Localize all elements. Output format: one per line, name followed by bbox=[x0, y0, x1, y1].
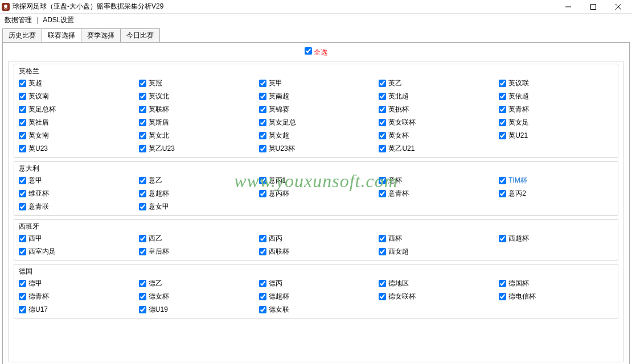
league-checkbox[interactable] bbox=[499, 190, 506, 197]
league-label[interactable]: 英U21 bbox=[508, 131, 528, 140]
league-checkbox[interactable] bbox=[259, 280, 266, 287]
league-checkbox[interactable] bbox=[19, 190, 26, 197]
league-label[interactable]: 英足总杯 bbox=[28, 105, 56, 114]
league-checkbox[interactable] bbox=[139, 190, 146, 197]
league-label[interactable]: 英乙 bbox=[388, 78, 402, 88]
league-label[interactable]: 西女超 bbox=[388, 247, 409, 257]
league-label[interactable]: 德甲 bbox=[28, 279, 42, 288]
league-checkbox[interactable] bbox=[379, 280, 386, 287]
league-checkbox[interactable] bbox=[19, 293, 26, 300]
league-checkbox[interactable] bbox=[259, 145, 266, 152]
league-label[interactable]: 意乙 bbox=[149, 176, 162, 185]
league-label[interactable]: 意青联 bbox=[28, 202, 49, 212]
league-label[interactable]: 德青杯 bbox=[28, 292, 49, 301]
league-label[interactable]: 英超 bbox=[28, 78, 42, 88]
select-all-label[interactable]: 全选 bbox=[314, 48, 327, 56]
league-checkbox[interactable] bbox=[259, 132, 266, 139]
league-checkbox[interactable] bbox=[19, 280, 26, 287]
league-checkbox[interactable] bbox=[379, 119, 386, 126]
close-button[interactable] bbox=[606, 0, 631, 14]
league-label[interactable]: 西乙 bbox=[149, 234, 162, 243]
league-checkbox[interactable] bbox=[19, 119, 26, 126]
league-label[interactable]: 德女联 bbox=[269, 305, 289, 315]
tab-league-select[interactable]: 联赛选择 bbox=[42, 28, 81, 42]
league-checkbox[interactable] bbox=[19, 248, 26, 255]
league-checkbox[interactable] bbox=[259, 106, 266, 113]
league-label[interactable]: 英青杯 bbox=[508, 105, 529, 114]
league-checkbox[interactable] bbox=[379, 106, 386, 113]
league-checkbox[interactable] bbox=[499, 106, 506, 113]
league-checkbox[interactable] bbox=[19, 106, 26, 113]
league-label[interactable]: 维亚杯 bbox=[28, 189, 49, 198]
league-label[interactable]: 英锦赛 bbox=[269, 105, 289, 114]
league-label[interactable]: 英北超 bbox=[388, 92, 409, 101]
league-label[interactable]: 德国杯 bbox=[508, 279, 529, 288]
league-label[interactable]: 英女南 bbox=[28, 131, 49, 140]
league-checkbox[interactable] bbox=[259, 306, 266, 313]
league-checkbox[interactable] bbox=[259, 235, 266, 242]
league-label[interactable]: 德丙 bbox=[269, 279, 282, 288]
league-label[interactable]: 英议联 bbox=[508, 78, 529, 88]
league-label[interactable]: 英女联杯 bbox=[388, 118, 416, 127]
league-label[interactable]: 意女甲 bbox=[149, 202, 169, 212]
league-checkbox[interactable] bbox=[259, 248, 266, 255]
league-checkbox[interactable] bbox=[499, 93, 506, 100]
league-label[interactable]: 西甲 bbox=[28, 234, 42, 243]
league-checkbox[interactable] bbox=[19, 80, 26, 87]
league-checkbox[interactable] bbox=[19, 306, 26, 313]
league-checkbox[interactable] bbox=[499, 132, 506, 139]
league-checkbox[interactable] bbox=[139, 203, 146, 210]
league-label[interactable]: 英议南 bbox=[28, 92, 49, 101]
league-label[interactable]: 德电信杯 bbox=[508, 292, 536, 301]
league-label[interactable]: 英联杯 bbox=[149, 105, 169, 114]
league-checkbox[interactable] bbox=[379, 177, 386, 184]
league-checkbox[interactable] bbox=[259, 80, 266, 87]
league-label[interactable]: 英议北 bbox=[149, 92, 169, 101]
league-label[interactable]: 英U23杯 bbox=[269, 144, 295, 154]
league-checkbox[interactable] bbox=[379, 235, 386, 242]
league-checkbox[interactable] bbox=[139, 235, 146, 242]
league-checkbox[interactable] bbox=[139, 106, 146, 113]
league-checkbox[interactable] bbox=[19, 235, 26, 242]
league-label[interactable]: 西杯 bbox=[388, 234, 402, 243]
select-all-checkbox[interactable] bbox=[305, 47, 312, 55]
league-checkbox[interactable] bbox=[139, 80, 146, 87]
league-checkbox[interactable] bbox=[19, 177, 26, 184]
league-checkbox[interactable] bbox=[139, 293, 146, 300]
league-checkbox[interactable] bbox=[139, 132, 146, 139]
league-checkbox[interactable] bbox=[139, 177, 146, 184]
league-checkbox[interactable] bbox=[259, 190, 266, 197]
league-label[interactable]: 意杯 bbox=[388, 176, 402, 185]
league-checkbox[interactable] bbox=[499, 235, 506, 242]
league-label[interactable]: 德女联杯 bbox=[388, 292, 416, 301]
league-checkbox[interactable] bbox=[259, 93, 266, 100]
league-checkbox[interactable] bbox=[379, 248, 386, 255]
league-label[interactable]: 意丙2 bbox=[508, 189, 526, 198]
league-checkbox[interactable] bbox=[379, 145, 386, 152]
league-label[interactable]: 意丙1 bbox=[269, 176, 286, 185]
league-label[interactable]: 英挑杯 bbox=[388, 105, 409, 114]
league-checkbox[interactable] bbox=[19, 145, 26, 152]
league-checkbox[interactable] bbox=[19, 93, 26, 100]
league-checkbox[interactable] bbox=[19, 132, 26, 139]
menu-adsl-settings[interactable]: ADSL设置 bbox=[40, 14, 76, 26]
tab-today-matches[interactable]: 今日比赛 bbox=[120, 28, 160, 42]
league-checkbox[interactable] bbox=[379, 80, 386, 87]
minimize-button[interactable] bbox=[556, 0, 581, 14]
league-checkbox[interactable] bbox=[139, 306, 146, 313]
league-checkbox[interactable] bbox=[139, 145, 146, 152]
league-checkbox[interactable] bbox=[499, 119, 506, 126]
league-label[interactable]: 英女足总 bbox=[269, 118, 296, 127]
league-checkbox[interactable] bbox=[499, 80, 506, 87]
league-label[interactable]: 意丙杯 bbox=[269, 189, 289, 198]
league-checkbox[interactable] bbox=[379, 132, 386, 139]
league-label[interactable]: 意超杯 bbox=[149, 189, 169, 198]
league-label[interactable]: TIM杯 bbox=[508, 176, 527, 185]
league-label[interactable]: 英U23 bbox=[28, 144, 48, 154]
maximize-button[interactable] bbox=[581, 0, 606, 14]
league-checkbox[interactable] bbox=[259, 293, 266, 300]
league-checkbox[interactable] bbox=[259, 119, 266, 126]
league-checkbox[interactable] bbox=[139, 248, 146, 255]
league-label[interactable]: 德U19 bbox=[149, 305, 168, 315]
league-checkbox[interactable] bbox=[499, 293, 506, 300]
